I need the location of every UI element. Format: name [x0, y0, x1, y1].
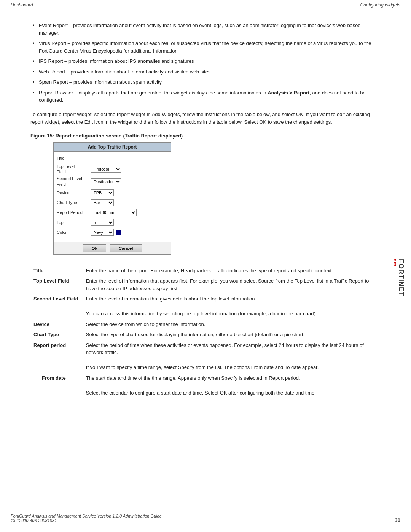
- toplevel-control: Protocol: [91, 166, 168, 173]
- header-right: Configuring widgets: [360, 2, 400, 8]
- desc-row-device: Device Select the device from which to g…: [30, 319, 381, 330]
- charttype-select[interactable]: Bar: [91, 199, 114, 206]
- dialog-box: Add Top Traffic Report Title Top LevelFi…: [53, 142, 171, 255]
- page-header: Dashboard Configuring widgets: [0, 0, 411, 10]
- def-device: Select the device from which to gather t…: [83, 319, 381, 330]
- device-control: TPB: [91, 189, 168, 196]
- color-label: Color: [57, 230, 91, 235]
- top-control: 5: [91, 219, 168, 226]
- dialog-row-color: Color Navy: [57, 228, 168, 236]
- def-title: Enter the name of the report. For exampl…: [83, 265, 381, 276]
- charttype-control: Bar: [91, 199, 168, 206]
- list-item: IPS Report – provides information about …: [30, 58, 381, 65]
- logo-dot: [394, 259, 396, 261]
- page-footer: FortiGuard Analysis and Management Servi…: [0, 514, 411, 523]
- desc-row-fromdate: From date The start date and time of the…: [30, 373, 381, 398]
- cancel-button[interactable]: Cancel: [110, 244, 142, 252]
- title-input[interactable]: [91, 155, 148, 161]
- term-secondlevel: Second Level Field: [30, 294, 83, 319]
- top-label: Top: [57, 220, 91, 225]
- dialog-row-device: Device TPB: [57, 189, 168, 197]
- reportperiod-control: Last 60 min: [91, 209, 168, 216]
- term-toplevel: Top Level Field: [30, 276, 83, 294]
- description-table: Title Enter the name of the report. For …: [30, 265, 381, 398]
- term-fromdate: From date: [30, 373, 83, 398]
- logo-text: FORTINET: [397, 259, 405, 296]
- charttype-label: Chart Type: [57, 200, 91, 205]
- list-item: Spam Report – provides information about…: [30, 78, 381, 86]
- figure-caption: Figure 15: Report configuration screen (…: [30, 133, 381, 139]
- list-item: Web Report – provides information about …: [30, 68, 381, 76]
- intro-paragraph: To configure a report widget, select the…: [30, 111, 381, 126]
- dialog-row-title: Title: [57, 154, 168, 162]
- fortinet-logo: FORTINET: [394, 259, 405, 296]
- footer-line1: FortiGuard Analysis and Management Servi…: [11, 514, 162, 518]
- toplevel-label: Top LevelField: [57, 164, 91, 175]
- color-control: Navy: [91, 229, 168, 236]
- logo-dot: [394, 262, 396, 264]
- list-item: Report Browser – displays all reports th…: [30, 89, 381, 104]
- device-label: Device: [57, 190, 91, 195]
- reportperiod-select[interactable]: Last 60 min: [91, 209, 137, 216]
- logo-dot: [394, 264, 396, 266]
- dialog-row-reportperiod: Report Period Last 60 min: [57, 208, 168, 217]
- footer-left: FortiGuard Analysis and Management Servi…: [11, 514, 162, 523]
- def-toplevel: Enter the level of information that appe…: [83, 276, 381, 294]
- desc-row-charttype: Chart Type Select the type of chart used…: [30, 329, 381, 340]
- list-item: Event Report – provides information abou…: [30, 22, 381, 37]
- title-control: [91, 155, 168, 161]
- reportperiod-label: Report Period: [57, 210, 91, 215]
- dialog-row-toplevel: Top LevelField Protocol: [57, 164, 168, 175]
- def-secondlevel: Enter the level of information that give…: [83, 294, 381, 319]
- secondlevel-select[interactable]: Destination: [91, 178, 121, 185]
- main-content: Event Report – provides information abou…: [0, 10, 411, 428]
- color-select[interactable]: Navy: [91, 229, 114, 236]
- secondlevel-control: Destination: [91, 178, 168, 185]
- dialog-row-top: Top 5: [57, 218, 168, 227]
- dialog-footer: Ok Cancel: [54, 242, 171, 254]
- desc-row-secondlevel: Second Level Field Enter the level of in…: [30, 294, 381, 319]
- header-left: Dashboard: [11, 2, 33, 8]
- toplevel-select[interactable]: Protocol: [91, 166, 121, 173]
- dialog-row-charttype: Chart Type Bar: [57, 198, 168, 207]
- title-label: Title: [57, 155, 91, 161]
- desc-row-toplevel: Top Level Field Enter the level of infor…: [30, 276, 381, 294]
- device-select[interactable]: TPB: [91, 189, 114, 196]
- dialog-row-secondlevel: Second LevelField Destination: [57, 176, 168, 187]
- def-reportperiod: Select the period of time when these act…: [83, 340, 381, 373]
- bullet-list: Event Report – provides information abou…: [30, 22, 381, 104]
- footer-page-number: 31: [395, 517, 400, 523]
- term-reportperiod: Report period: [30, 340, 83, 373]
- dialog-wrapper: Add Top Traffic Report Title Top LevelFi…: [53, 142, 381, 255]
- top-select[interactable]: 5: [91, 219, 114, 226]
- ok-button[interactable]: Ok: [83, 244, 106, 252]
- term-charttype: Chart Type: [30, 329, 83, 340]
- color-swatch: [116, 230, 121, 235]
- list-item: Virus Report – provides specific informa…: [30, 40, 381, 54]
- dialog-title: Add Top Traffic Report: [54, 143, 171, 152]
- desc-row-title: Title Enter the name of the report. For …: [30, 265, 381, 276]
- def-charttype: Select the type of chart used for displa…: [83, 329, 381, 340]
- secondlevel-label: Second LevelField: [57, 176, 91, 187]
- term-device: Device: [30, 319, 83, 330]
- footer-line2: 13-12000-406-20081031: [11, 518, 162, 523]
- desc-row-reportperiod: Report period Select the period of time …: [30, 340, 381, 373]
- term-title: Title: [30, 265, 83, 276]
- def-fromdate: The start date and time of the time rang…: [83, 373, 381, 398]
- dialog-body: Title Top LevelField Protocol: [54, 152, 171, 242]
